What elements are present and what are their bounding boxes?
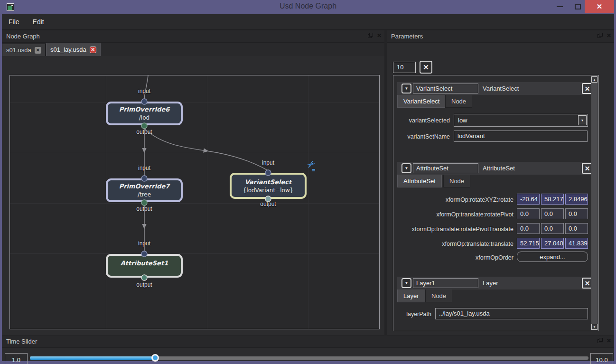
- title-bar: Usd Node Graph ✕: [0, 0, 616, 14]
- group-type-label: Layer: [483, 280, 498, 287]
- window-title: Usd Node Graph: [0, 2, 616, 10]
- layerpath-input[interactable]: ../lay/s01_lay.usda: [435, 308, 588, 319]
- port-label-input: input: [230, 159, 307, 166]
- expand-button[interactable]: expand...: [517, 252, 588, 262]
- time-slider-dock: Time Slider ✕ 1.0 10.0: [2, 336, 614, 361]
- clear-filter-button[interactable]: ✕: [420, 61, 432, 74]
- maximize-button[interactable]: [569, 0, 587, 13]
- node-variantselect[interactable]: VariantSelect {lodVariant=low}: [230, 173, 307, 199]
- tab-attributeset[interactable]: AttributeSet: [397, 175, 442, 187]
- node-graph-canvas[interactable]: input output input output input output i…: [9, 75, 380, 329]
- tab-node[interactable]: Node: [425, 289, 452, 302]
- tab-close-icon[interactable]: ✕: [35, 47, 41, 54]
- vertical-scrollbar[interactable]: ▲ ▼: [591, 76, 598, 330]
- time-end-field[interactable]: 10.0: [590, 353, 613, 364]
- rotate-x-input[interactable]: -20.64: [517, 194, 540, 205]
- group-type-label: AttributeSet: [483, 165, 515, 172]
- tab-label: s01.usda: [6, 47, 31, 54]
- tab-node[interactable]: Node: [443, 175, 470, 187]
- close-button[interactable]: ✕: [585, 0, 614, 13]
- parameters-dock: Parameters ✕ 10 ✕ ▼ VariantSelect Varian…: [387, 30, 614, 335]
- node-title: PrimOverride7: [119, 183, 170, 190]
- port-label-input: input: [106, 88, 183, 94]
- group-type-label: VariantSelect: [483, 85, 519, 92]
- group-header-attributeset: ▼ AttributeSet AttributeSet ✕: [397, 162, 596, 175]
- node-attributeset1[interactable]: AttributeSet1: [106, 254, 183, 278]
- tab-s01-lay-usda[interactable]: s01_lay.usda ✕: [46, 43, 101, 56]
- scroll-up-icon[interactable]: ▲: [591, 76, 597, 83]
- close-icon: ✕: [585, 85, 590, 93]
- collapse-arrow-icon[interactable]: ▼: [401, 278, 411, 288]
- menu-bar: File Edit: [2, 14, 614, 30]
- menu-file[interactable]: File: [2, 14, 26, 30]
- float-dock-icon[interactable]: [597, 33, 603, 38]
- node-title: VariantSelect: [245, 178, 292, 186]
- variantselected-combobox[interactable]: low ▼: [454, 114, 588, 127]
- tab-s01-usda[interactable]: s01.usda ✕: [2, 44, 46, 56]
- filter-input[interactable]: 10: [393, 62, 416, 73]
- variantsetname-input[interactable]: lodVariant: [454, 131, 588, 142]
- param-label-translate: xformOp:translate:translate: [394, 241, 513, 247]
- tab-label: s01_lay.usda: [50, 46, 86, 53]
- rotatepivottranslate-z-input[interactable]: 0.0: [565, 223, 588, 234]
- tab-node[interactable]: Node: [445, 95, 472, 108]
- chevron-down-icon[interactable]: ▼: [578, 115, 587, 125]
- group-name-input[interactable]: VariantSelect: [413, 84, 478, 93]
- translate-y-input[interactable]: 27.040: [541, 238, 564, 249]
- node-title: AttributeSet1: [121, 260, 168, 267]
- tab-label: Node: [449, 177, 464, 185]
- param-label-variantsetname: variantSetName: [393, 133, 450, 140]
- window-content: File Edit Node Graph ✕ s01.usda ✕ s01_la…: [2, 14, 614, 361]
- time-start-field[interactable]: 1.0: [5, 353, 28, 364]
- scrollbar-handle[interactable]: [591, 83, 597, 323]
- port-label-input: input: [106, 165, 183, 171]
- parameters-scroll-area: ▼ VariantSelect VariantSelect ✕ VariantS…: [393, 75, 599, 331]
- rotatepivot-z-input[interactable]: 0.0: [565, 208, 588, 219]
- tab-close-icon[interactable]: ✕: [90, 47, 96, 53]
- port-label-output: output: [106, 129, 183, 135]
- minimize-button[interactable]: [551, 0, 569, 13]
- tab-variantselect[interactable]: VariantSelect: [397, 95, 446, 108]
- close-dock-icon[interactable]: ✕: [607, 338, 611, 344]
- node-graph-dock: Node Graph ✕ s01.usda ✕ s01_lay.usda ✕: [2, 30, 384, 335]
- param-label-rotatepivottranslate: xformOp:translate:rotatePivotTranslate: [394, 226, 513, 233]
- rotate-y-input[interactable]: 58.217: [541, 194, 564, 205]
- param-label-variantselected: variantSelected: [393, 117, 450, 124]
- group-header-layer: ▼ Layer1 Layer ✕: [397, 277, 596, 289]
- close-icon: ✕: [585, 165, 590, 172]
- graph-tab-bar: s01.usda ✕ s01_lay.usda ✕: [2, 43, 384, 56]
- time-slider-fill: [30, 356, 155, 360]
- close-icon: ✕: [585, 280, 590, 287]
- rotatepivottranslate-y-input[interactable]: 0.0: [541, 223, 564, 234]
- rotatepivot-y-input[interactable]: 0.0: [541, 208, 564, 219]
- menu-edit[interactable]: Edit: [26, 14, 51, 30]
- node-subtitle: /lod: [139, 114, 149, 121]
- time-slider-handle[interactable]: [151, 354, 159, 362]
- translate-z-input[interactable]: 41.839: [565, 238, 588, 249]
- scroll-down-icon[interactable]: ▼: [591, 324, 597, 330]
- translate-x-input[interactable]: 52.715: [517, 238, 540, 249]
- close-icon: ✕: [423, 63, 429, 72]
- rotate-z-input[interactable]: 2.8496: [565, 194, 588, 205]
- rotatepivot-x-input[interactable]: 0.0: [517, 208, 540, 219]
- float-dock-icon[interactable]: [368, 33, 373, 38]
- group-name-input[interactable]: Layer1: [413, 278, 478, 288]
- dna-cursor-icon: [308, 161, 315, 171]
- close-dock-icon[interactable]: ✕: [607, 33, 611, 38]
- node-primoverride6[interactable]: PrimOverride6 /lod: [106, 102, 183, 125]
- wire-top-in: [144, 75, 148, 99]
- float-dock-icon[interactable]: [597, 338, 603, 343]
- port-label-output: output: [230, 201, 307, 207]
- group-header-variantselect: ▼ VariantSelect VariantSelect ✕: [397, 82, 596, 95]
- parameters-dock-title-text: Parameters: [391, 33, 423, 40]
- collapse-arrow-icon[interactable]: ▼: [401, 163, 411, 173]
- node-primoverride7[interactable]: PrimOverride7 /tree: [106, 178, 183, 202]
- collapse-arrow-icon[interactable]: ▼: [401, 84, 411, 93]
- tab-layer[interactable]: Layer: [397, 289, 425, 302]
- group-name-input[interactable]: AttributeSet: [413, 163, 478, 173]
- rotatepivottranslate-x-input[interactable]: 0.0: [517, 223, 540, 234]
- tab-label: AttributeSet: [403, 177, 436, 185]
- close-dock-icon[interactable]: ✕: [377, 33, 382, 38]
- param-label-layerpath: layerPath: [394, 311, 431, 317]
- time-slider-track[interactable]: [30, 356, 588, 360]
